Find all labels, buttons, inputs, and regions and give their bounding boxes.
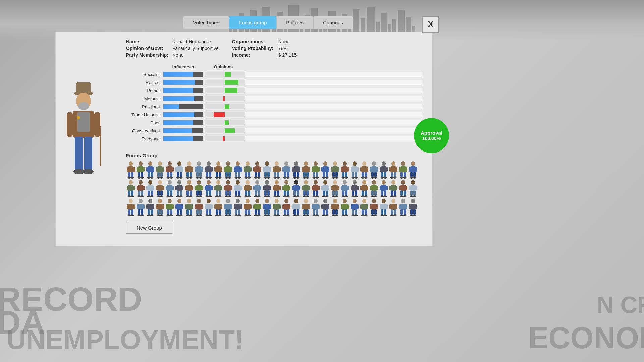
person-svg-80 (321, 198, 330, 217)
svg-rect-361 (260, 186, 261, 190)
person-81 (330, 198, 340, 217)
opinion-label: Opinion of Govt: (126, 46, 170, 51)
svg-rect-691 (365, 209, 367, 215)
svg-rect-618 (274, 209, 276, 215)
new-group-button[interactable]: New Group (126, 222, 172, 234)
svg-rect-448 (360, 186, 362, 190)
svg-rect-496 (127, 204, 128, 209)
svg-rect-451 (365, 191, 367, 196)
person-23 (350, 161, 359, 179)
tab-policies[interactable]: Policies (276, 16, 313, 29)
svg-rect-256 (127, 186, 128, 190)
svg-rect-553 (201, 204, 203, 209)
svg-point-453 (364, 195, 368, 197)
svg-rect-151 (293, 166, 299, 172)
svg-rect-721 (406, 204, 407, 209)
svg-rect-96 (224, 167, 226, 172)
svg-rect-307 (190, 191, 192, 196)
svg-point-126 (265, 161, 269, 166)
bar-row-motorist: Motorist (126, 95, 422, 102)
svg-rect-426 (332, 191, 335, 196)
svg-point-340 (225, 195, 228, 197)
svg-rect-601 (260, 204, 261, 209)
svg-rect-521 (162, 204, 164, 209)
svg-rect-107 (238, 172, 240, 177)
svg-point-501 (131, 214, 134, 216)
approval-circle: Approval 100.00% (414, 118, 449, 153)
person-svg-4 (165, 161, 174, 179)
svg-point-68 (186, 177, 190, 179)
person-25 (369, 161, 379, 179)
close-button[interactable]: X (422, 16, 439, 33)
svg-rect-458 (371, 191, 374, 196)
person-svg-68 (204, 198, 213, 217)
person-svg-30 (126, 180, 135, 198)
svg-rect-280 (156, 186, 158, 190)
svg-rect-641 (308, 204, 310, 209)
svg-point-404 (303, 195, 306, 197)
svg-point-20 (128, 177, 131, 179)
svg-rect-395 (297, 191, 299, 196)
tab-voter-types[interactable]: Voter Types (183, 16, 229, 29)
svg-rect-123 (258, 172, 260, 177)
person-svg-83 (350, 198, 359, 217)
svg-rect-447 (362, 185, 367, 191)
person-3 (155, 161, 165, 179)
svg-rect-440 (351, 186, 352, 190)
party-value: None (172, 52, 183, 58)
svg-rect-111 (245, 166, 250, 172)
person-38 (204, 180, 213, 198)
opinions-header: Opinions (203, 64, 244, 69)
svg-point-365 (257, 195, 261, 197)
svg-rect-592 (244, 204, 245, 209)
svg-point-494 (129, 199, 133, 203)
svg-point-396 (293, 195, 297, 197)
svg-point-420 (322, 195, 326, 197)
svg-rect-279 (157, 185, 163, 191)
svg-rect-633 (299, 204, 300, 209)
svg-rect-587 (238, 209, 240, 215)
dialog-content: Name: Ronald Hernandez Opinion of Govt: … (56, 32, 432, 240)
svg-rect-371 (267, 191, 270, 196)
svg-point-582 (236, 199, 240, 203)
person-31 (136, 180, 145, 198)
tab-changes[interactable]: Changes (313, 16, 353, 29)
svg-rect-171 (316, 172, 318, 177)
svg-rect-610 (264, 209, 267, 215)
svg-point-557 (199, 214, 202, 216)
svg-point-278 (158, 180, 162, 185)
person-svg-64 (165, 198, 174, 217)
main-dialog: Voter Types Focus group Policies Changes… (55, 32, 433, 246)
svg-rect-530 (167, 209, 169, 215)
svg-point-292 (167, 195, 170, 197)
svg-rect-272 (146, 186, 148, 190)
svg-rect-410 (313, 191, 315, 196)
svg-rect-512 (146, 204, 148, 209)
person-79 (311, 198, 320, 217)
svg-rect-639 (303, 204, 309, 210)
svg-rect-551 (196, 204, 202, 210)
person-svg-31 (136, 180, 145, 198)
svg-point-182 (333, 161, 337, 166)
svg-point-132 (264, 177, 267, 179)
svg-rect-449 (367, 186, 368, 190)
svg-point-550 (197, 199, 201, 203)
svg-point-86 (216, 161, 220, 166)
svg-rect-585 (240, 204, 242, 209)
svg-point-310 (197, 180, 201, 185)
svg-point-572 (215, 214, 219, 216)
svg-point-38 (158, 161, 162, 166)
person-svg-81 (331, 198, 339, 217)
svg-rect-402 (303, 191, 306, 196)
influences-header: Influences (163, 64, 203, 69)
svg-rect-42 (157, 172, 160, 177)
svg-rect-399 (303, 185, 309, 191)
svg-rect-19 (131, 172, 133, 177)
person-69 (214, 198, 223, 217)
tab-focus-group[interactable]: Focus group (229, 16, 276, 29)
svg-rect-98 (225, 172, 228, 177)
svg-rect-384 (282, 186, 284, 190)
org-value: None (278, 39, 289, 44)
svg-rect-178 (323, 172, 325, 177)
svg-rect-552 (195, 204, 197, 209)
